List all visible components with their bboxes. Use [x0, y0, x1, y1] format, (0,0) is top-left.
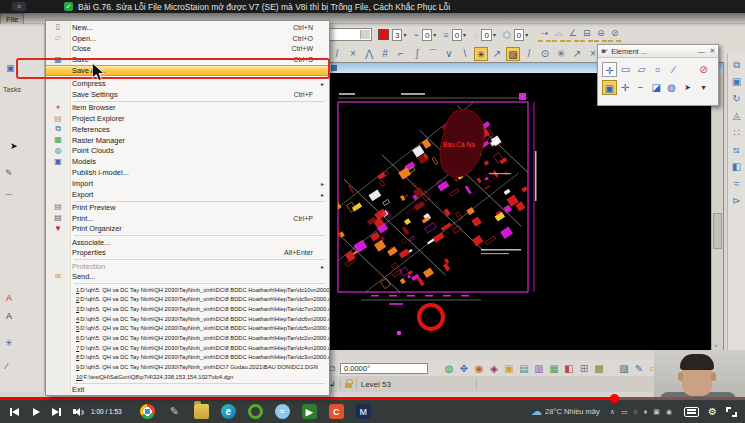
star-icon[interactable]: ✳ — [5, 339, 13, 348]
fence-angle-icon[interactable]: ∠ — [566, 27, 579, 42]
snap-bisector-icon[interactable]: ↗ — [570, 47, 584, 61]
pointer-icon[interactable]: ➤ — [10, 142, 18, 151]
menu-item-recent-1[interactable]: 1 D:\qh\5. QH va DC Tay Ninh\QH 2030\Tay… — [46, 285, 329, 295]
color-index-dropdown[interactable]: 3 ▾ — [392, 29, 406, 41]
vertical-scrollbar[interactable]: ˄ ˅ — [711, 73, 723, 350]
folder-icon[interactable] — [194, 404, 209, 419]
raster-icon[interactable]: ◈ — [487, 362, 501, 375]
menu-item-recent-5[interactable]: 5 D:\qh\5. QH va DC Tay Ninh\QH 2030\Tay… — [46, 323, 329, 333]
snap-origin-icon[interactable]: ✳ — [554, 47, 568, 61]
element-window-title-bar[interactable]: ☛ Element ... — ✕ — [598, 45, 718, 58]
camtasia-icon[interactable]: ▶ — [302, 404, 317, 419]
globe-icon[interactable]: ◍ — [442, 362, 456, 375]
fence-circle-icon[interactable]: ⊖ — [594, 27, 607, 42]
menu-item-publish-i-model[interactable]: Publish i-model... — [46, 167, 329, 178]
menu-item-recent-6[interactable]: 6 D:\qh\5. QH va DC Tay Ninh\QH 2030\Tay… — [46, 333, 329, 343]
select-line-icon[interactable]: ∕ — [666, 62, 681, 77]
explorer-icon[interactable]: ▦ — [547, 362, 561, 375]
cells-icon[interactable]: ⊞ — [577, 362, 591, 375]
transparency-dropdown[interactable]: 0 ▾ — [481, 29, 495, 41]
vscroll-thumb[interactable] — [713, 213, 722, 249]
snap-near-icon[interactable]: ↗ — [490, 47, 504, 61]
place-grid-icon[interactable]: # — [378, 47, 392, 61]
disable-icon[interactable]: ⊘ — [696, 62, 711, 77]
menu-item-recent-3[interactable]: 3 D:\qh\5. QH va DC Tay Ninh\QH 2030\Tay… — [46, 304, 329, 314]
player-volume-button[interactable]: )) — [73, 408, 83, 416]
annotate-icon[interactable]: ✎ — [632, 362, 646, 375]
line-weight-dropdown[interactable]: 0 ▾ — [452, 29, 466, 41]
move-icon[interactable]: ▣ — [730, 75, 744, 90]
menu-item-project-explorer[interactable]: ▤Project Explorer — [46, 113, 329, 124]
references-icon[interactable]: ◉ — [472, 362, 486, 375]
menu-item-associate[interactable]: Associate... — [46, 237, 329, 248]
menu-item-recent-9[interactable]: 9 D:\qh\5. QH va DC Tay Ninh\QH 2030\Tay… — [46, 362, 329, 372]
place-cross-icon[interactable]: × — [346, 47, 360, 61]
lock-cell[interactable] — [341, 378, 357, 390]
curve-icon[interactable]: ʃ — [410, 47, 424, 61]
auxiliary-icon[interactable]: ▩ — [592, 362, 606, 375]
markups-icon[interactable]: ▥ — [532, 362, 546, 375]
progress-scrubber[interactable] — [610, 394, 619, 403]
cursor-icon[interactable]: ➤ — [680, 80, 695, 95]
point-clouds-icon[interactable]: ▣ — [502, 362, 516, 375]
line-style-dropdown[interactable]: 0 ▾ — [422, 29, 436, 41]
menu-item-send[interactable]: ✉Send... — [46, 271, 329, 282]
menu-item-protection[interactable]: Protection▸ — [46, 261, 329, 272]
similar-icon[interactable]: ≈ — [730, 177, 744, 192]
move-parallel-icon[interactable]: ⊳ — [730, 194, 744, 209]
screen-icon[interactable]: ▭ — [621, 408, 628, 416]
snap-center-icon[interactable]: ⊙ — [538, 47, 552, 61]
menu-item-properties[interactable]: PropertiesAlt+Enter — [46, 248, 329, 259]
mirror-icon[interactable]: ◬ — [730, 109, 744, 124]
expand-caret-icon[interactable]: ▾ — [696, 80, 711, 95]
place-line-icon[interactable]: / — [330, 47, 344, 61]
menu-item-references[interactable]: ⧉References — [46, 124, 329, 135]
invert-mode-icon[interactable]: ◪ — [649, 80, 664, 95]
selection-pointer-icon[interactable]: ✛ — [602, 62, 617, 77]
menu-item-raster-manager[interactable]: ▦Raster Manager — [46, 135, 329, 146]
menu-item-new[interactable]: ▯New...Ctrl+N — [46, 22, 329, 33]
fence-void-icon[interactable]: ⊘ — [608, 27, 621, 42]
text-a2-icon[interactable]: A — [6, 312, 12, 321]
arc-tool-icon[interactable]: ⌒ — [426, 47, 440, 61]
stretch-icon[interactable]: ◧ — [730, 160, 744, 175]
fence-shape-icon[interactable]: ⌓ — [552, 27, 565, 42]
player-prev-button[interactable] — [10, 408, 19, 416]
menu-item-compress[interactable]: Compress▸ — [46, 78, 329, 89]
chat-icon[interactable]: ≈ — [275, 404, 290, 419]
pencil-icon[interactable]: ✎ — [5, 169, 13, 178]
align-icon[interactable]: ⧅ — [730, 143, 744, 158]
saved-views-icon[interactable]: ▤ — [517, 362, 531, 375]
select-shape-icon[interactable]: ▱ — [634, 62, 649, 77]
select-block-icon[interactable]: ▭ — [618, 62, 633, 77]
chevron-up-icon[interactable]: ∧ — [610, 408, 615, 416]
menu-item-save-settings[interactable]: Save SettingsCtrl+F — [46, 89, 329, 100]
menu-item-models[interactable]: ▣Models — [46, 156, 329, 167]
menu-item-import[interactable]: Import▸ — [46, 178, 329, 189]
player-play-button[interactable] — [33, 408, 40, 416]
menu-item-recent-4[interactable]: 4 D:\qh\5. QH va DC Tay Ninh\QH 2030\Tay… — [46, 314, 329, 324]
menu-item-recent-8[interactable]: 8 D:\qh\5. QH va DC Tay Ninh\QH 2030\Tay… — [46, 352, 329, 362]
menu-item-recent-10[interactable]: 10 F:\testQH\SaiGon\Q8\p7\4\324,338,153,… — [46, 372, 329, 382]
level-cell[interactable]: Level 53 — [357, 378, 477, 390]
menu-item-print-organizer[interactable]: ▼Print Organizer — [46, 224, 329, 235]
drawing-area[interactable]: Bàu Cà Na — [329, 73, 713, 350]
fence-element-icon[interactable]: ⊟ — [580, 27, 593, 42]
m-dark-icon[interactable]: M — [356, 404, 371, 419]
copy-icon[interactable]: ⧉ — [730, 58, 744, 73]
line-icon[interactable]: ∕ — [6, 362, 8, 371]
priority-dropdown[interactable]: 0 ▾ — [514, 29, 528, 41]
edge-icon[interactable]: e — [221, 404, 236, 419]
obs-icon[interactable]: ♦ — [644, 408, 648, 415]
element-template-combo[interactable] — [328, 28, 372, 41]
player-next-button[interactable] — [52, 408, 61, 416]
select-all-icon[interactable]: ◍ — [664, 80, 679, 95]
accusnap-toggle-icon[interactable]: ✳ — [474, 47, 488, 61]
chamfer-icon[interactable]: \ — [458, 47, 472, 61]
fence-block-icon[interactable]: ⇢ — [538, 27, 551, 42]
menu-item-exit[interactable]: Exit — [46, 384, 329, 395]
menu-item-recent-2[interactable]: 2 D:\qh\5. QH va DC Tay Ninh\QH 2030\Tay… — [46, 294, 329, 304]
menu-item-recent-7[interactable]: 7 D:\qh\5. QH va DC Tay Ninh\QH 2030\Tay… — [46, 343, 329, 353]
subtitles-button[interactable] — [684, 407, 699, 417]
rec-icon[interactable]: ◉ — [666, 408, 672, 416]
